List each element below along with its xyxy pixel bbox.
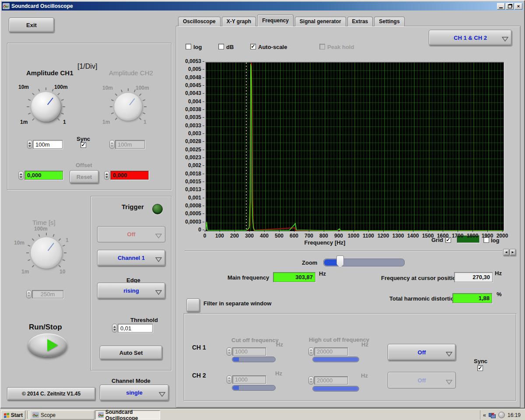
amplitude-ch1-spinner[interactable] [27, 140, 32, 149]
y-tick [203, 69, 204, 70]
task-scope[interactable]: Scope [30, 410, 94, 420]
ch1-filter-mode-value: Off [418, 349, 426, 356]
run-stop-button[interactable] [28, 333, 67, 357]
ch2-high-cutoff-value: 20000 [314, 376, 348, 385]
y-tick-label: 0,0015 [181, 178, 201, 185]
y-tick [203, 214, 204, 214]
amplitude-ch1-label: Amplitude CH1 [26, 69, 74, 77]
knob-tick [32, 265, 35, 268]
knob-tick [63, 245, 65, 246]
amplitude-ch2-knob[interactable] [114, 93, 142, 121]
tab-x-y-graph[interactable]: X-Y graph [222, 17, 256, 26]
ch1-high-cutoff-slider[interactable] [312, 357, 359, 362]
offset-ch2-spinner[interactable] [104, 171, 109, 180]
restore-button[interactable] [506, 3, 514, 10]
play-icon [47, 339, 58, 351]
offset-ch2-value[interactable]: 0,000 [110, 171, 149, 180]
knob-tick [57, 118, 60, 121]
minimize-button[interactable] [497, 3, 505, 10]
amplitude-ch1-value[interactable]: 100m [33, 140, 63, 149]
scroll-right-button[interactable]: ► [510, 249, 516, 256]
offset-ch1-value[interactable]: 0,000 [24, 171, 63, 180]
peak-hold-checkbox-label: Peak hold [327, 44, 354, 50]
knob-tick [27, 106, 29, 107]
ch2-knob-10m: 10m [102, 85, 113, 91]
chevron-down-icon [155, 257, 162, 263]
knob-needle [48, 243, 54, 251]
filter-window-button[interactable] [186, 298, 200, 312]
auto-set-button[interactable]: Auto Set [100, 346, 162, 360]
threshold-value[interactable]: 0,01 [118, 324, 153, 332]
knob-body [31, 237, 62, 269]
network-error-icon[interactable]: × [489, 412, 496, 418]
clock: 16:19 [508, 412, 521, 418]
thd-label: Total harmonic distortion [389, 295, 458, 302]
task-soundcard-oscilloscope[interactable]: Soundcard Oscilloscope [95, 410, 160, 420]
y-tick-label: 0,0028 [181, 138, 201, 144]
knob-tick [46, 233, 47, 235]
title-bar: Soundcard Oscilloscope × [2, 2, 523, 10]
channel-select-dropdown[interactable]: CH 1 & CH 2 [429, 30, 512, 46]
exit-button[interactable]: Exit [9, 18, 54, 32]
sync-checkbox[interactable] [80, 142, 86, 148]
filter-ch2-label: CH 2 [192, 372, 206, 379]
sync-label: Sync [77, 136, 90, 142]
knob-tick [57, 93, 60, 95]
tab-oscilloscope[interactable]: Oscilloscope [178, 17, 220, 26]
close-button[interactable]: × [514, 3, 522, 10]
zoom-slider-track[interactable] [323, 259, 405, 266]
knob-tick [32, 238, 35, 241]
y-tick-label: 0,0018 [181, 171, 201, 177]
y-tick-label: 0,0023 [181, 154, 201, 161]
channel-mode-dropdown[interactable]: single [100, 385, 169, 401]
start-button[interactable]: Start [1, 410, 25, 420]
knob-tick [52, 234, 54, 237]
x-tick [205, 230, 205, 232]
filter-sync-checkbox[interactable] [477, 365, 483, 371]
ch2-high-cutoff-unit: Hz [361, 372, 368, 379]
ch2-cutoff-slider[interactable] [232, 385, 276, 391]
x-axis-title: Frequency [Hz] [293, 239, 357, 246]
offset-reset-button[interactable]: Reset [70, 170, 99, 183]
x-tick [487, 230, 488, 232]
tab-settings[interactable]: Settings [374, 17, 404, 26]
task-scope-label: Scope [41, 412, 56, 418]
x-tick [368, 230, 369, 232]
y-tick [203, 133, 204, 134]
offset-ch1-spinner[interactable] [18, 171, 24, 180]
threshold-spinner[interactable] [112, 324, 117, 332]
trigger-edge-dropdown[interactable]: rising [97, 283, 165, 299]
volume-icon[interactable] [498, 412, 505, 418]
db-checkbox[interactable] [218, 44, 224, 49]
autoscale-checkbox[interactable] [250, 44, 256, 49]
y-tick [203, 150, 204, 150]
ch2-high-cutoff-slider[interactable] [312, 386, 359, 392]
log-checkbox[interactable] [186, 44, 191, 49]
scroll-left-button[interactable]: ◄ [503, 249, 509, 256]
tab-frequency[interactable]: Frequency [257, 14, 294, 26]
trigger-led [152, 204, 163, 214]
screen: Soundcard Oscilloscope × Exit Amplitude … [0, 0, 525, 420]
time-knob-10m: 10m [14, 240, 24, 246]
thd-value: 1,88 [452, 293, 492, 303]
amplitude-ch1-knob[interactable] [31, 92, 61, 122]
x-tick [294, 230, 294, 232]
tray-chevron[interactable]: « [483, 412, 486, 418]
app-icon [3, 3, 10, 9]
offset-label: Offset [76, 162, 92, 168]
tab-signal-generator[interactable]: Signal generator [295, 17, 346, 26]
knob-tick [38, 234, 40, 237]
ch1-cutoff-slider[interactable] [232, 357, 276, 362]
y-tick-label: 0,0043 [181, 90, 201, 96]
zoom-label: Zoom [302, 259, 317, 266]
time-knob [31, 237, 62, 269]
chevron-down-icon [446, 351, 452, 358]
spectrum-plot[interactable] [206, 62, 504, 231]
ch2-knob-100m: 100m [136, 85, 149, 91]
tab-extras[interactable]: Extras [347, 17, 373, 26]
ch1-filter-mode-dropdown[interactable]: Off [388, 344, 456, 360]
window-title: Soundcard Oscilloscope [11, 3, 496, 9]
cursor-frequency-unit: Hz [495, 270, 502, 276]
trigger-source-dropdown[interactable]: Channel 1 [97, 250, 165, 266]
y-tick [203, 198, 204, 198]
